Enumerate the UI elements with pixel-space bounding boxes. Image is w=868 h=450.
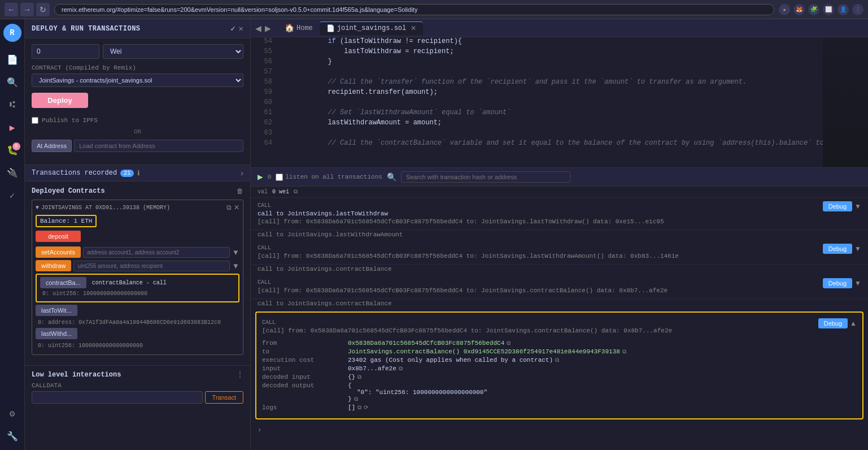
detail-row-to: to JointSavings.contractBalance() 0xd914… — [262, 348, 857, 355]
sidebar-item-settings[interactable]: ⚙ — [3, 405, 21, 423]
sidebar-item-debug[interactable]: 🐛 0 — [3, 141, 21, 159]
copy-instance-icon[interactable]: ⧉ — [226, 204, 232, 211]
code-line-62: 62 lastWithdrawAmount = amount; — [251, 119, 823, 129]
debug-badge: 0 — [12, 142, 20, 150]
nav-buttons: ← → ↻ — [5, 3, 50, 16]
tx-sub-1: call to JointSavings.lastWithdrawAmount — [251, 230, 868, 240]
sidebar-item-plugin[interactable]: 🔌 — [3, 164, 21, 182]
copy-decoded-input-icon[interactable]: ⧉ — [357, 374, 361, 380]
expand-more-btn[interactable]: › — [251, 422, 868, 439]
to-value: JointSavings.contractBalance() 0xd9145CC… — [348, 348, 857, 355]
tx-call-label-3: CALL — [258, 279, 271, 285]
calldata-input[interactable] — [32, 391, 203, 404]
debug-btn-1[interactable]: Debug — [823, 201, 852, 211]
browser-bar: ← → ↻ ★ 🦊 🧩 ⬜ 👤 ⋮ — [0, 0, 868, 19]
instance-toggle[interactable]: ▼ — [36, 205, 39, 211]
load-address-input[interactable] — [74, 140, 243, 152]
bookmark-icon[interactable]: ★ — [779, 4, 790, 15]
debug-btn-4[interactable]: Debug — [818, 318, 848, 328]
copy-logs-icon[interactable]: ⧉ — [357, 405, 361, 411]
tab-home[interactable]: 🏠 Home — [278, 21, 320, 35]
back-button[interactable]: ← — [5, 3, 18, 16]
code-line-56: 56 } — [251, 58, 823, 68]
tx-expand-button[interactable]: › — [241, 168, 243, 178]
tx-row-2: CALL [call] from: 0x5838Da6a701c568545dC… — [258, 244, 861, 261]
tx-play-icon[interactable]: ▶ — [258, 171, 263, 183]
unit-select[interactable]: Wei Gwei Ether — [103, 44, 243, 59]
url-bar[interactable] — [54, 4, 774, 15]
contract-select[interactable]: JointSavings - contracts/joint_savings.s… — [32, 73, 243, 87]
sidebar-item-plugin-manager[interactable]: 🔧 — [3, 427, 21, 445]
tx-search-icon[interactable]: 🔍 — [387, 172, 396, 182]
tab-right-btn[interactable]: ▶ — [265, 24, 271, 33]
tx-entry-3: CALL [call] from: 0x5838Da6a701c568545dC… — [251, 275, 868, 299]
tx-call-label-2: CALL — [258, 245, 271, 251]
transact-button[interactable]: Transact — [205, 391, 243, 404]
decoded-output-close: } ⧉ — [348, 396, 857, 403]
code-line-57: 57 — [251, 68, 823, 78]
copy-from-icon[interactable]: ⧉ — [507, 340, 511, 347]
fox-icon[interactable]: 🦊 — [793, 4, 805, 15]
logs-extra-icon[interactable]: ⟳ — [364, 404, 368, 411]
contract-balance-button[interactable]: contractBa... — [40, 277, 86, 288]
sidebar-item-files[interactable]: 📄 — [3, 51, 21, 69]
window-icon[interactable]: ⬜ — [823, 4, 834, 15]
sidebar-item-git[interactable]: ⑆ — [3, 96, 21, 114]
contract-instance-header: ▼ JOINTSAVINGS AT 0XD91...39138 (MEMORY)… — [36, 204, 239, 211]
copy-execution-icon[interactable]: ⧉ — [555, 357, 559, 364]
deposit-button[interactable]: deposit — [36, 231, 81, 242]
listen-checkbox[interactable] — [276, 174, 283, 181]
menu-icon[interactable]: ⋮ — [852, 4, 863, 15]
tx-expand-1[interactable]: ▼ — [854, 202, 861, 210]
trash-icon[interactable]: 🗑 — [237, 187, 243, 195]
set-accounts-input[interactable] — [83, 247, 230, 258]
tab-close-button[interactable]: ✕ — [411, 24, 416, 32]
set-accounts-expand[interactable]: ▼ — [232, 248, 239, 257]
tx-expand-3[interactable]: ▼ — [854, 279, 861, 287]
debug-btn-2[interactable]: Debug — [823, 244, 852, 254]
sidebar-item-test[interactable]: ✓ — [3, 187, 21, 205]
reload-button[interactable]: ↻ — [36, 3, 50, 16]
copy-to-icon[interactable]: ⧉ — [622, 349, 626, 355]
withdraw-row: withdraw ▼ — [36, 260, 239, 271]
tx-info-icon[interactable]: ℹ — [137, 169, 140, 178]
last-withdraw-amount-button[interactable]: lastWithd... — [36, 328, 77, 339]
execution-value: 23402 gas (Cost only applies when called… — [348, 357, 857, 364]
copy-decoded-output-icon[interactable]: ⧉ — [354, 396, 358, 403]
set-accounts-button[interactable]: setAccounts — [36, 246, 81, 258]
last-withdraw-amount-row: lastWithd... — [36, 328, 239, 339]
logs-label: logs — [262, 404, 341, 411]
decoded-output-value: "0": "uint256: 1000000000000000000" — [348, 389, 857, 396]
at-address-button[interactable]: At Address — [32, 140, 72, 152]
copy-input-icon[interactable]: ⧉ — [399, 366, 403, 372]
code-line-63: 63 — [251, 129, 823, 139]
withdraw-expand[interactable]: ▼ — [232, 262, 239, 270]
sidebar-item-deploy[interactable]: ▶ — [3, 119, 21, 137]
debug-btn-3[interactable]: Debug — [823, 278, 852, 288]
last-to-withdraw-row: lastToWit... — [36, 305, 239, 316]
tab-file-label: joint_savings.sol — [337, 24, 406, 32]
publish-ipfs-checkbox[interactable] — [32, 117, 38, 124]
puzzle-icon[interactable]: 🧩 — [808, 4, 819, 15]
tab-left-btn[interactable]: ◀ — [255, 24, 261, 33]
last-to-withdraw-button[interactable]: lastToWit... — [36, 305, 77, 316]
code-editor[interactable]: 54 if (lastToWithdraw != recipient){ 55 … — [251, 37, 823, 167]
contract-balance-row: contractBa... contractBalance - call — [40, 277, 235, 288]
withdraw-input[interactable] — [73, 261, 229, 271]
withdraw-button[interactable]: withdraw — [36, 260, 71, 271]
transactions-label: Transactions recorded — [32, 169, 117, 177]
low-level-menu-icon[interactable]: ⋮ — [237, 370, 243, 379]
value-input[interactable] — [32, 44, 99, 59]
close-instance-icon[interactable]: ✕ — [234, 204, 239, 211]
tx-expand-4[interactable]: ▲ — [850, 319, 857, 327]
tx-search-input[interactable] — [401, 171, 570, 183]
profile-icon[interactable]: 👤 — [838, 4, 849, 15]
deploy-button[interactable]: Deploy — [32, 93, 88, 108]
deployed-title: Deployed Contracts — [32, 187, 105, 195]
copy-val-icon[interactable]: ⧉ — [294, 189, 298, 195]
tab-file[interactable]: 📄 joint_savings.sol ✕ — [320, 21, 423, 35]
sidebar-item-search[interactable]: 🔍 — [3, 73, 21, 92]
forward-button[interactable]: → — [20, 3, 34, 16]
tx-expand-2[interactable]: ▼ — [854, 245, 861, 253]
contract-balance-value: 0: uint256: 1000000000000000000 — [40, 289, 235, 298]
